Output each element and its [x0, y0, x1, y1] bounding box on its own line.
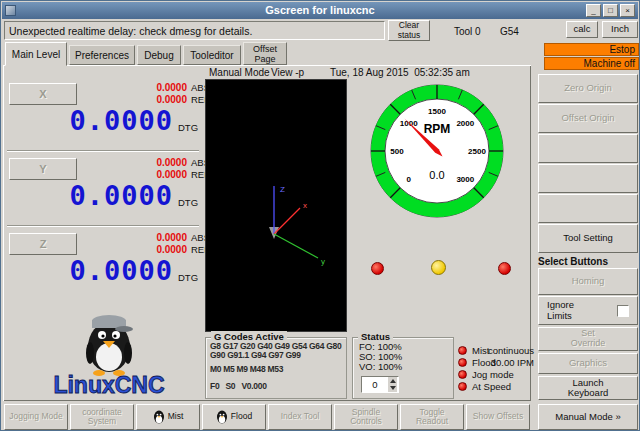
manual-mode-label: Manual Mode » [555, 412, 620, 422]
axes-gizmo: Z x y [206, 172, 346, 287]
ignore-limits-checkbox[interactable] [617, 305, 629, 317]
jogging-mode-button[interactable]: Jogging Mode [4, 404, 68, 430]
units-button[interactable]: Inch [602, 21, 638, 38]
dro-separator [7, 225, 199, 227]
calc-button[interactable]: calc [566, 21, 598, 38]
statusbar-message: Unexpected realtime delay: check dmesg f… [9, 25, 252, 37]
spinbox-steppers[interactable] [388, 377, 397, 392]
blank-button-1[interactable] [538, 134, 638, 163]
penguin-icon [153, 410, 165, 424]
offset-origin-button[interactable]: Offset Origin [538, 104, 638, 133]
jogging-mode-label: Jogging Mode [9, 412, 63, 421]
launch-keyboard-button[interactable]: Launch Keyboard [538, 376, 638, 400]
window-title: Gscreen for linuxcnc [2, 2, 638, 19]
view-label: View -p [271, 67, 304, 78]
gcodes-frame: G Codes Active G8 G17 G20 G40 G49 G54 G6… [205, 337, 347, 399]
maximize-button[interactable]: □ [603, 4, 618, 17]
axis-z-button[interactable]: Z [9, 233, 77, 255]
z-abs-value: 0.0000 [117, 232, 187, 243]
mist-button[interactable]: Mist [136, 404, 200, 430]
units-label: Inch [611, 24, 629, 34]
select-buttons-label: Select Buttons [538, 256, 608, 267]
toggle-readout-label: Toggle Readout [405, 408, 459, 427]
axis-z-label: Z [40, 238, 47, 250]
show-offsets-button[interactable]: Show Offsets [466, 404, 530, 430]
homing-button[interactable]: Homing [538, 268, 638, 295]
axis-x-button[interactable]: X [9, 83, 77, 105]
tool-number-label: Tool 0 [454, 26, 481, 37]
tab-offset-page-label: Offset Page [247, 44, 283, 64]
flood-indicator-value: 30.00 IPM [456, 357, 534, 368]
tab-preferences[interactable]: Preferences [69, 45, 135, 65]
axis-y-button[interactable]: Y [9, 158, 77, 180]
override-spinbox[interactable]: 0 [361, 376, 399, 393]
flood-button[interactable]: Flood [202, 404, 266, 430]
x-abs-value: 0.0000 [117, 82, 187, 93]
tab-offset-page[interactable]: Offset Page [243, 42, 287, 65]
manual-mode-button[interactable]: Manual Mode » [538, 404, 638, 430]
spin-up-icon[interactable] [390, 379, 396, 383]
jog-mode-indicator-label: Jog mode [472, 369, 514, 380]
set-override-button[interactable]: Set Override [538, 327, 638, 351]
z-rel-value: 0.0000 [117, 244, 187, 255]
close-icon: × [625, 7, 630, 15]
tab-debug-label: Debug [144, 50, 173, 61]
homing-label: Homing [572, 276, 605, 286]
z-dtg-label: DTG [178, 272, 198, 283]
x-dtg-label: DTG [178, 122, 198, 133]
gauge-title: RPM [424, 122, 451, 136]
jog-mode-led [458, 370, 467, 379]
spindle-stop-led [431, 260, 446, 275]
zero-origin-label: Zero Origin [564, 83, 612, 93]
maximize-icon: □ [608, 7, 613, 15]
ignore-limits-button[interactable]: Ignore Limits [538, 296, 638, 325]
dro-separator [7, 150, 199, 152]
title-bar[interactable]: Gscreen for linuxcnc _ □ × [2, 2, 638, 19]
zero-origin-button[interactable]: Zero Origin [538, 74, 638, 103]
x-axis-label: x [303, 201, 307, 210]
gauge-tick-2500: 2500 [468, 147, 486, 156]
spindle-reverse-led [371, 262, 384, 275]
blank-button-3[interactable] [538, 194, 638, 223]
tab-preferences-label: Preferences [75, 50, 129, 61]
estop-indicator[interactable]: Estop [544, 43, 639, 56]
rpm-gauge: 0 500 1000 1500 2000 2500 3000 RPM 0.0 [367, 81, 507, 221]
blank-button-2[interactable] [538, 164, 638, 193]
machine-off-indicator[interactable]: Machine off [544, 57, 639, 70]
mode-label: Manual Mode [209, 67, 270, 78]
estop-label: Estop [609, 44, 635, 55]
index-tool-button[interactable]: Index Tool [268, 404, 332, 430]
minimize-icon: _ [591, 7, 595, 15]
coordinate-system-button[interactable]: coordinate System [70, 404, 134, 430]
tab-main-level[interactable]: Main Level [5, 42, 67, 66]
gauge-tick-1500: 1500 [428, 107, 446, 116]
gauge-tick-500: 500 [390, 147, 404, 156]
status-frame: Status FO: 100% SO: 100% VO: 100% 0 [352, 337, 454, 399]
gcodes-line-2: G90 G91.1 G94 G97 G99 [210, 350, 301, 360]
mist-indicator-value: continuous [456, 345, 534, 356]
clear-status-button[interactable]: Clear status [388, 20, 430, 41]
minimize-button[interactable]: _ [586, 4, 601, 17]
graphics-button[interactable]: Graphics [538, 353, 638, 374]
tab-debug[interactable]: Debug [137, 45, 181, 65]
y-abs-value: 0.0000 [117, 157, 187, 168]
gauge-tick-2000: 2000 [456, 119, 474, 128]
spindle-controls-button[interactable]: Spindle Controls [334, 404, 398, 430]
z-axis-label: Z [280, 185, 285, 194]
ignore-limits-label: Ignore Limits [547, 300, 591, 321]
flood-button-label: Flood [231, 412, 252, 421]
tab-tooleditor[interactable]: Tooleditor [183, 45, 241, 65]
mcodes-line: M0 M5 M9 M48 M53 [210, 364, 283, 374]
toggle-readout-button[interactable]: Toggle Readout [400, 404, 464, 430]
clear-status-label: Clear status [393, 21, 425, 40]
velocity-override-label: VO: 100% [359, 361, 402, 372]
spin-down-icon[interactable] [390, 386, 396, 390]
tool-setting-button[interactable]: Tool Setting [538, 224, 638, 253]
spindle-controls-label: Spindle Controls [339, 408, 393, 427]
at-speed-indicator-label: At Speed [472, 381, 511, 392]
tab-main-level-label: Main Level [12, 49, 60, 60]
gremlin-preview[interactable]: Z x y [205, 79, 347, 332]
index-tool-label: Index Tool [273, 412, 327, 421]
close-button[interactable]: × [620, 4, 635, 17]
spindle-forward-led [498, 262, 511, 275]
